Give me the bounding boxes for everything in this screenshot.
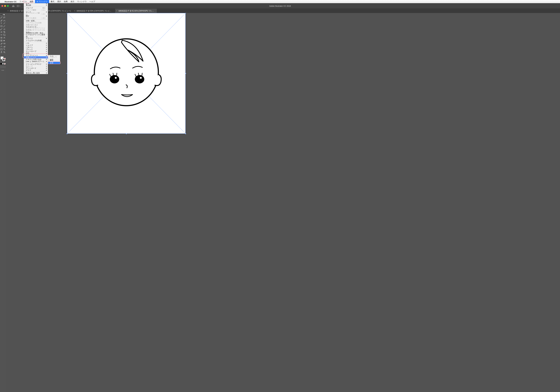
tool-graph[interactable] (3, 45, 6, 48)
menu-effect[interactable]: 効果 (62, 0, 69, 3)
menu-item[interactable]: 分割・拡張... (24, 20, 48, 22)
svg-point-20 (3, 43, 4, 44)
menu-object[interactable]: オブジェクト (35, 0, 49, 3)
artwork-face (89, 35, 164, 110)
tool-gradient[interactable] (3, 39, 6, 42)
stroke-swatch[interactable] (2, 58, 5, 61)
draw-modes[interactable] (0, 66, 6, 68)
close-tab-icon[interactable]: × (74, 10, 75, 12)
menu-item[interactable]: パス (24, 42, 48, 44)
selection-handle[interactable] (126, 133, 127, 134)
menu-item[interactable]: アートボード (24, 67, 48, 69)
menu-help[interactable]: ヘルプ (88, 0, 97, 3)
menu-item[interactable]: 書き出し用に追加 (24, 72, 48, 74)
menu-item[interactable]: テキストの回り込み (24, 58, 48, 60)
tool-blend[interactable] (3, 42, 6, 45)
tool-shape-builder[interactable] (0, 36, 3, 39)
tool-hand[interactable] (0, 51, 3, 53)
selection-handle[interactable] (67, 13, 68, 13)
menu-item[interactable]: 遠近 (24, 52, 48, 54)
menu-item[interactable]: ピクセルグリッドに最適化 (24, 35, 48, 37)
selection-handle[interactable] (185, 13, 186, 13)
tool-scale[interactable] (3, 31, 6, 33)
color-swatch-icon[interactable] (0, 63, 2, 65)
selection-handle[interactable] (67, 73, 68, 74)
draw-inside-icon[interactable] (4, 66, 6, 68)
tool-shaper[interactable] (0, 28, 3, 30)
menu-item[interactable]: 重ね順 (24, 4, 48, 6)
tool-curve[interactable] (3, 19, 6, 22)
tool-perspective[interactable] (3, 36, 6, 39)
tool-lasso[interactable] (3, 16, 6, 19)
tool-select[interactable] (0, 13, 3, 16)
tool-symbol[interactable] (0, 45, 3, 48)
menu-edit[interactable]: 編集 (28, 0, 35, 3)
svg-point-29 (115, 77, 117, 79)
app-header: ▾ Adobe Illustrator CC 2019 (0, 3, 560, 9)
zoom-window[interactable] (7, 5, 9, 7)
document-tab[interactable]: ×名称未設定-3* @ 50% (CMYK/GPU プレビュー) (73, 9, 115, 13)
tool-eyedrop[interactable] (0, 42, 3, 45)
tool-artboard[interactable] (0, 48, 3, 50)
menu-item: モザイクオブジェクトを作成... (24, 30, 48, 32)
menu-item[interactable]: ブレンド (24, 48, 48, 50)
tool-mesh[interactable] (0, 39, 3, 42)
menu-item[interactable]: パターン (24, 46, 48, 48)
menu-item-label: ピクセルグリッドに最適化 (26, 34, 45, 38)
menu-item[interactable]: グラフ (24, 69, 48, 71)
menu-select[interactable]: 選択 (56, 0, 62, 3)
close-tab-icon[interactable]: × (8, 10, 9, 12)
home-button[interactable] (11, 4, 15, 8)
draw-normal-icon[interactable] (0, 66, 2, 68)
selection-handle[interactable] (126, 13, 127, 13)
menu-window[interactable]: ウィンドウ (76, 0, 88, 3)
tool-free[interactable] (3, 33, 6, 36)
selection-handle[interactable] (185, 73, 186, 74)
tool-line[interactable] (3, 22, 6, 25)
menu-item[interactable]: エンベロープ (24, 50, 48, 52)
tool-width[interactable] (0, 33, 3, 36)
none-swatch-icon[interactable] (4, 63, 6, 65)
menu-app[interactable]: Illustrator CC (3, 0, 18, 3)
none-indicator-icon (4, 58, 6, 60)
menu-view[interactable]: 表示 (69, 0, 76, 3)
menu-item-label: 書き出し用に追加 (26, 72, 40, 74)
menu-item[interactable]: ライブペイント (24, 54, 48, 56)
tool-brush[interactable] (3, 25, 6, 28)
menu-item[interactable]: Line と Sketch のアート (24, 60, 48, 62)
menu-item[interactable]: トリムマークを作成 (24, 40, 48, 41)
tool-rect[interactable] (0, 25, 3, 28)
menu-file[interactable]: ファイル (18, 0, 28, 3)
tool-direct[interactable] (3, 13, 6, 16)
menu-type[interactable]: 書式 (49, 0, 56, 3)
tool-rotate[interactable] (0, 31, 3, 33)
tool-zoom[interactable] (3, 51, 6, 53)
canvas[interactable] (6, 13, 560, 392)
draw-behind-icon[interactable] (2, 66, 4, 68)
selection-handle[interactable] (67, 133, 68, 134)
tool-slice[interactable] (3, 48, 6, 50)
menu-item[interactable]: 隠す (24, 15, 48, 17)
menu-item[interactable]: シェイプ (24, 44, 48, 46)
menu-item[interactable]: クリッピングマスク (24, 63, 48, 65)
close-tab-icon[interactable]: × (116, 10, 117, 12)
artboard[interactable] (67, 13, 186, 134)
tool-type[interactable]: T (0, 22, 3, 25)
menu-shortcut: ⇧⌘G (41, 9, 45, 11)
tool-pen[interactable] (0, 19, 3, 22)
tool-magic[interactable] (0, 16, 3, 19)
close-window[interactable] (1, 5, 3, 7)
document-tab[interactable]: ×名称未設定-4* @ 81.81% (CMYK/GPU プレビュー) (115, 9, 157, 13)
gradient-swatch-icon[interactable] (2, 63, 4, 65)
menu-item[interactable]: スライス (24, 37, 48, 40)
minimize-window[interactable] (4, 5, 6, 7)
arrange-documents[interactable]: ▾ (17, 5, 20, 7)
menu-item[interactable]: 画像トレース (24, 56, 48, 58)
submenu-item[interactable]: 拡張 (48, 62, 60, 64)
fill-stroke-swatch[interactable] (0, 56, 5, 61)
selection-handle[interactable] (185, 133, 186, 134)
tool-eraser[interactable] (3, 28, 6, 30)
color-mode-swatches[interactable] (0, 63, 6, 65)
menu-item[interactable]: グループ⌘G (24, 7, 48, 9)
edit-toolbar[interactable]: ••• (2, 69, 4, 71)
